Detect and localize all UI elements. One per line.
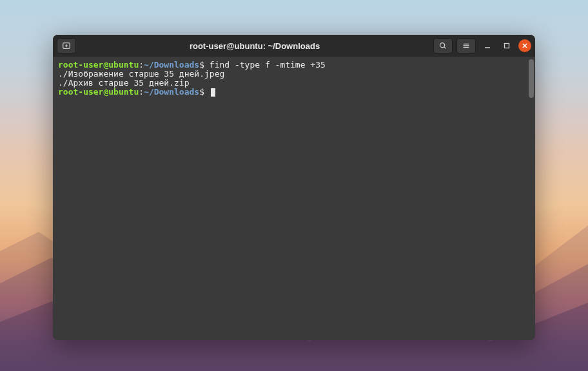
close-icon (522, 43, 528, 49)
search-icon (438, 41, 447, 50)
minimize-icon (484, 43, 491, 49)
svg-line-4 (444, 47, 446, 49)
scrollbar-thumb[interactable] (529, 59, 534, 98)
maximize-icon (504, 43, 510, 49)
window-title: root-user@ubuntu: ~/Downloads (80, 41, 429, 51)
prompt-symbol: $ (199, 60, 204, 70)
minimize-button[interactable] (480, 38, 495, 53)
new-tab-icon (62, 41, 71, 50)
terminal-body[interactable]: root-user@ubuntu:~/Downloads$ find -type… (53, 57, 535, 340)
prompt-colon: : (139, 87, 144, 97)
window-titlebar[interactable]: root-user@ubuntu: ~/Downloads (53, 35, 535, 57)
terminal-output-line: ./Изображение старше 35 дней.jpeg (58, 70, 530, 79)
prompt-user-host: root-user@ubuntu (58, 60, 139, 70)
new-tab-button[interactable] (57, 38, 76, 53)
prompt-path: ~/Downloads (144, 87, 199, 97)
hamburger-icon (462, 41, 471, 50)
prompt-symbol: $ (199, 87, 204, 97)
terminal-window: root-user@ubuntu: ~/Downloads root-user@… (53, 35, 535, 340)
menu-button[interactable] (456, 38, 476, 53)
terminal-line: root-user@ubuntu:~/Downloads$ find -type… (58, 61, 530, 70)
command-text (204, 87, 210, 97)
prompt-colon: : (139, 60, 144, 70)
maximize-button[interactable] (499, 38, 514, 53)
prompt-user-host: root-user@ubuntu (58, 87, 139, 97)
prompt-path: ~/Downloads (144, 60, 199, 70)
terminal-line: root-user@ubuntu:~/Downloads$ (58, 88, 530, 97)
terminal-output-line: ./Архив старше 35 дней.zip (58, 79, 530, 88)
svg-point-3 (440, 43, 445, 48)
svg-rect-9 (505, 44, 509, 48)
command-text: find -type f -mtime +35 (204, 60, 326, 70)
close-button[interactable] (518, 39, 531, 52)
search-button[interactable] (433, 38, 453, 53)
terminal-cursor (211, 88, 215, 97)
